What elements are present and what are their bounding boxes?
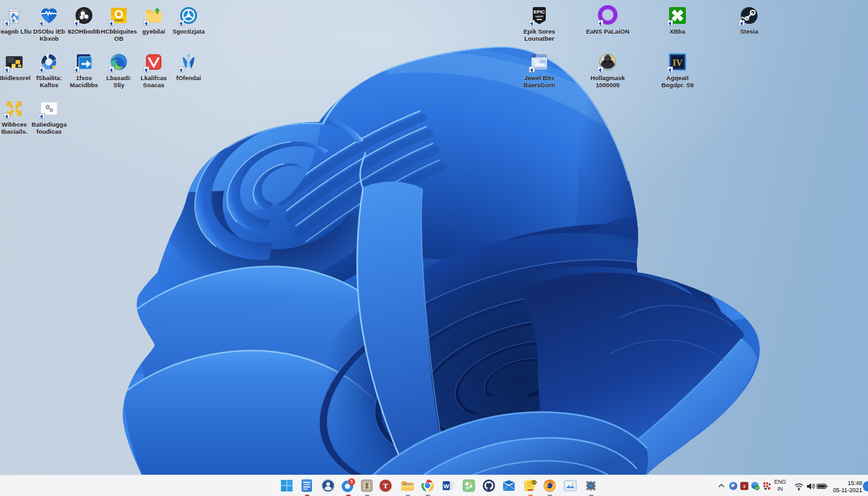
- svg-text:W: W: [444, 483, 450, 490]
- svg-text:EPIC: EPIC: [533, 9, 545, 15]
- svg-text:IV: IV: [672, 58, 683, 68]
- svg-text:GAMES: GAMES: [535, 16, 544, 18]
- svg-text:T: T: [383, 482, 388, 490]
- svg-text:5: 5: [351, 479, 353, 484]
- svg-text:1: 1: [743, 484, 746, 488]
